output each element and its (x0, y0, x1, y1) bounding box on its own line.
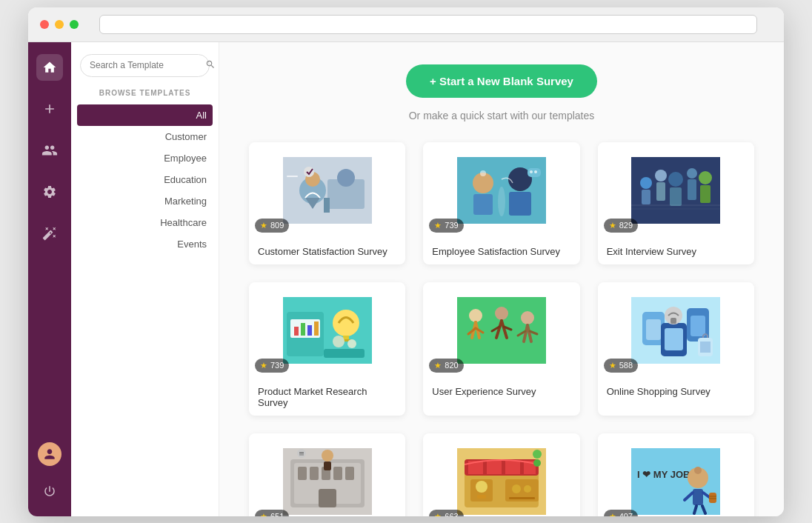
svg-point-42 (347, 339, 356, 348)
nav-item-healthcare[interactable]: Healthcare (71, 212, 219, 233)
svg-point-90 (476, 481, 487, 493)
svg-rect-95 (509, 497, 535, 499)
template-card[interactable]: ★588Online Shopping Survey (598, 282, 754, 416)
avatar[interactable] (38, 442, 61, 466)
rating-badge: ★739 (429, 219, 463, 233)
svg-rect-86 (487, 461, 502, 474)
svg-rect-25 (670, 187, 682, 206)
svg-rect-77 (319, 489, 336, 507)
svg-rect-67 (670, 318, 676, 324)
rating-badge: ★739 (255, 359, 289, 373)
browse-label: BROWSE TEMPLATES (71, 89, 219, 97)
template-title: Exit Interview Survey (598, 239, 754, 264)
svg-point-18 (534, 170, 537, 173)
template-card[interactable]: ★809Customer Statisfaction Survey (249, 142, 405, 264)
template-thumbnail: ★809 (249, 142, 405, 239)
rating-badge: ★809 (255, 219, 289, 233)
search-container[interactable] (80, 54, 210, 77)
svg-point-41 (333, 336, 345, 347)
template-title: Product Market Research Survey (249, 379, 405, 416)
subtitle: Or make a quick start with our templates (249, 110, 754, 121)
maximize-dot[interactable] (70, 20, 79, 29)
sidebar-people[interactable] (36, 137, 63, 164)
star-icon: ★ (609, 512, 616, 516)
nav-item-customer[interactable]: Customer (71, 126, 219, 147)
svg-rect-106 (709, 493, 716, 503)
rating-badge: ★663 (429, 510, 463, 516)
svg-point-26 (687, 168, 697, 179)
new-survey-button[interactable]: + Start a New Blank Survey (406, 64, 597, 98)
app-layout: BROWSE TEMPLATES AllCustomerEmployeeEduc… (28, 42, 784, 516)
rating-badge: ★651 (255, 510, 289, 516)
template-title: Customer Statisfaction Survey (249, 239, 405, 264)
sidebar-settings[interactable] (36, 179, 63, 205)
rating-badge: ★407 (604, 510, 638, 516)
sidebar-add[interactable] (36, 96, 63, 122)
svg-rect-33 (294, 327, 299, 336)
template-thumbnail: ★739 (423, 142, 579, 239)
template-card[interactable]: I ❤ MY JOB ★407Job Satisfaction Survey (598, 433, 754, 516)
minimize-dot[interactable] (55, 20, 64, 29)
nav-item-employee[interactable]: Employee (71, 147, 219, 169)
search-icon (205, 59, 216, 72)
svg-point-94 (524, 485, 531, 493)
svg-rect-21 (642, 190, 650, 204)
svg-rect-40 (324, 349, 365, 358)
svg-rect-72 (298, 467, 307, 480)
template-card[interactable]: ★829Exit Interview Survey (598, 142, 754, 264)
star-icon: ★ (260, 361, 267, 370)
svg-rect-79 (324, 462, 331, 470)
sidebar-magic[interactable] (36, 220, 63, 247)
star-icon: ★ (434, 512, 442, 516)
search-input[interactable] (90, 60, 201, 70)
sidebar-home[interactable] (36, 54, 63, 81)
nav-item-events[interactable]: Events (71, 233, 219, 255)
svg-rect-76 (345, 467, 354, 480)
template-thumbnail: ★820 (423, 282, 579, 379)
sidebar-bottom (36, 442, 63, 504)
svg-rect-27 (688, 179, 696, 200)
svg-rect-65 (665, 328, 683, 350)
svg-point-49 (495, 307, 508, 320)
url-bar[interactable] (99, 15, 757, 34)
svg-rect-3 (324, 198, 330, 213)
template-card[interactable]: ★663Restaurant Survey (423, 433, 579, 516)
svg-point-22 (655, 170, 667, 181)
svg-text:I ❤ MY JOB: I ❤ MY JOB (637, 469, 690, 480)
rating-badge: ★588 (604, 359, 638, 373)
svg-point-8 (304, 167, 314, 177)
template-thumbnail: ★651 (249, 433, 405, 516)
svg-rect-35 (307, 325, 312, 336)
template-card[interactable]: ★651Guest Satisfaction Survey (249, 433, 405, 516)
template-thumbnail: ★663 (423, 433, 579, 516)
svg-point-28 (699, 171, 712, 184)
close-dot[interactable] (40, 20, 49, 29)
svg-rect-11 (473, 194, 493, 215)
star-icon: ★ (609, 221, 616, 230)
template-title: Employee Satisfaction Survey (423, 239, 579, 264)
sidebar-power[interactable] (36, 478, 63, 504)
svg-rect-29 (700, 185, 710, 203)
template-thumbnail: ★739 (249, 282, 405, 379)
svg-point-96 (533, 450, 542, 459)
template-card[interactable]: ★739Product Market Research Survey (249, 282, 405, 416)
svg-rect-38 (343, 336, 349, 339)
nav-item-all[interactable]: All (77, 104, 213, 126)
rating-badge: ★829 (604, 219, 638, 233)
nav-items: AllCustomerEmployeeEducationMarketingHea… (71, 104, 219, 255)
svg-rect-91 (477, 495, 486, 499)
template-title: User Experience Survey (423, 379, 579, 404)
star-icon: ★ (609, 361, 616, 370)
star-icon: ★ (434, 361, 442, 370)
svg-rect-16 (528, 168, 541, 177)
nav-item-marketing[interactable]: Marketing (71, 190, 219, 212)
svg-rect-63 (690, 316, 705, 336)
nav-item-education[interactable]: Education (71, 169, 219, 190)
template-card[interactable]: ★739Employee Satisfaction Survey (423, 142, 579, 264)
svg-rect-73 (310, 467, 319, 480)
left-panel: BROWSE TEMPLATES AllCustomerEmployeeEduc… (71, 42, 219, 516)
svg-rect-13 (509, 192, 531, 216)
rating-badge: ★820 (429, 359, 463, 373)
template-card[interactable]: ★820User Experience Survey (423, 282, 579, 416)
svg-rect-34 (301, 323, 305, 336)
